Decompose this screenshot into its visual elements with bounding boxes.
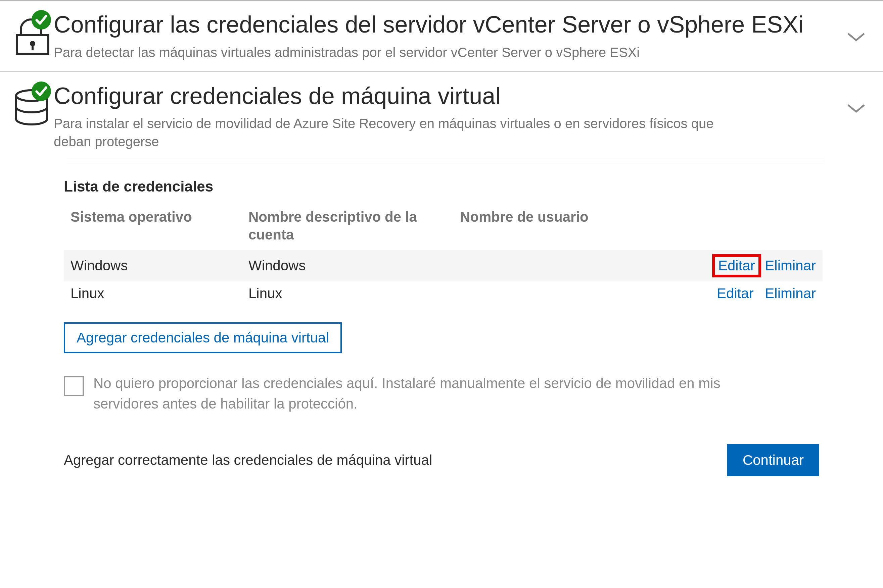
cell-actions: Editar Eliminar <box>681 250 823 281</box>
add-vm-credentials-button[interactable]: Agregar credenciales de máquina virtual <box>64 322 342 353</box>
table-header-row: Sistema operativo Nombre descriptivo de … <box>64 205 823 250</box>
section-vm-creds: Configurar credenciales de máquina virtu… <box>0 72 883 161</box>
vm-body: Configurar credenciales de máquina virtu… <box>54 82 836 151</box>
check-badge-icon <box>31 81 52 102</box>
check-badge-icon <box>31 9 52 30</box>
cell-account: Windows <box>242 250 453 281</box>
footer-row: Agregar correctamente las credenciales d… <box>64 444 823 490</box>
continue-button[interactable]: Continuar <box>727 444 819 476</box>
vm-title: Configurar credenciales de máquina virtu… <box>54 82 823 110</box>
vcenter-subtitle: Para detectar las máquinas virtuales adm… <box>54 43 719 62</box>
delete-link[interactable]: Eliminar <box>765 258 816 273</box>
edit-highlight: Editar <box>712 254 761 278</box>
cell-actions: Editar Eliminar <box>681 281 823 306</box>
chevron-down-icon <box>846 102 866 114</box>
divider-inner <box>67 160 823 161</box>
cell-os: Linux <box>64 281 242 306</box>
delete-link[interactable]: Eliminar <box>765 285 816 301</box>
svg-point-1 <box>30 41 35 46</box>
vcenter-expand[interactable] <box>836 11 876 43</box>
col-user-header: Nombre de usuario <box>453 205 681 250</box>
vcenter-body: Configurar las credenciales del servidor… <box>54 11 836 62</box>
vm-icon-wrap <box>7 82 54 129</box>
col-account-header: Nombre descriptivo de la cuenta <box>242 205 453 250</box>
col-actions-header <box>681 205 823 250</box>
edit-link[interactable]: Editar <box>717 285 754 301</box>
cell-user <box>453 250 681 281</box>
edit-link[interactable]: Editar <box>718 258 755 273</box>
cell-user <box>453 281 681 306</box>
section-vcenter: Configurar las credenciales del servidor… <box>0 1 883 72</box>
cell-os: Windows <box>64 250 242 281</box>
table-row: Windows Windows Editar Eliminar <box>64 250 823 281</box>
vcenter-icon-wrap <box>7 11 54 58</box>
credentials-table: Sistema operativo Nombre descriptivo de … <box>64 205 823 306</box>
vm-expand[interactable] <box>836 82 876 114</box>
page-root: Configurar las credenciales del servidor… <box>0 0 883 490</box>
skip-credentials-label: No quiero proporcionar las credenciales … <box>93 374 731 414</box>
svg-point-5 <box>32 81 51 101</box>
chevron-down-icon <box>846 31 866 43</box>
table-row: Linux Linux Editar Eliminar <box>64 281 823 306</box>
svg-point-3 <box>32 10 51 30</box>
vm-subtitle: Para instalar el servicio de movilidad d… <box>54 114 719 151</box>
credentials-block: Lista de credenciales Sistema operativo … <box>64 175 823 490</box>
credentials-heading: Lista de credenciales <box>64 178 823 195</box>
cell-account: Linux <box>242 281 453 306</box>
skip-credentials-checkbox[interactable] <box>64 376 84 396</box>
footer-status: Agregar correctamente las credenciales d… <box>64 452 432 468</box>
skip-credentials-row: No quiero proporcionar las credenciales … <box>64 374 823 414</box>
col-os-header: Sistema operativo <box>64 205 242 250</box>
vcenter-title: Configurar las credenciales del servidor… <box>54 11 823 39</box>
